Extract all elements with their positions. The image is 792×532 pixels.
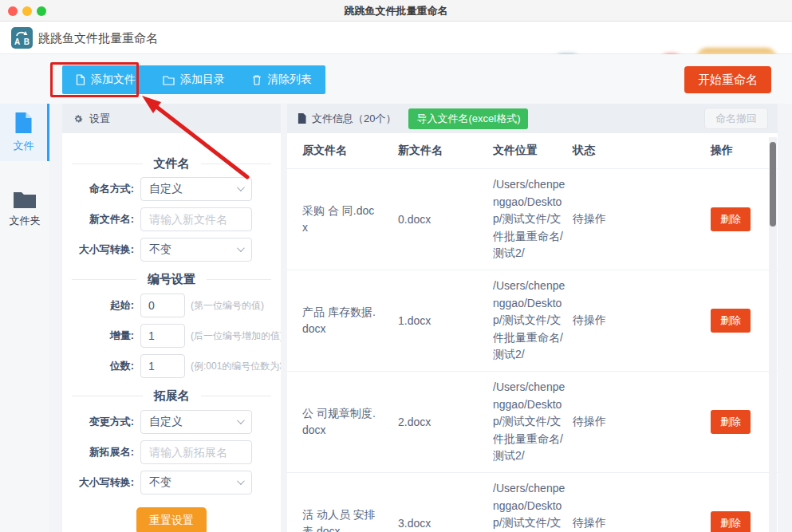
start-number-input[interactable]: [140, 294, 185, 317]
app-name: 跳跳鱼文件批量重命名: [38, 31, 158, 46]
ext-change-mode-label: 变更方式:: [73, 415, 134, 429]
scrollbar-track[interactable]: [769, 137, 777, 532]
extension-case-select[interactable]: 不变: [140, 471, 252, 495]
table-row: 活 动人员 安排表.docx 3.docx /Users/chenpenggao…: [287, 473, 778, 532]
filename-case-row: 大小写转换: 不变: [62, 238, 281, 262]
table-header-row: 原文件名 新文件名 文件位置 状态 操作: [287, 133, 778, 169]
delete-button[interactable]: 删除: [711, 410, 751, 434]
section-numbering: 编号设置: [72, 271, 271, 288]
divider: [72, 164, 143, 164]
extension-case-row: 大小写转换: 不变: [62, 471, 281, 495]
cell-status: 待操作: [573, 415, 711, 429]
new-filename-row: 新文件名:: [62, 207, 281, 231]
sidebar-item-folders[interactable]: 文件夹: [0, 180, 49, 238]
delete-button[interactable]: 删除: [711, 207, 751, 231]
new-extension-row: 新拓展名:: [62, 440, 281, 464]
col-original-name: 原文件名: [302, 144, 398, 158]
settings-title: 设置: [89, 112, 110, 126]
folder-icon: [13, 190, 37, 209]
cell-file-path: /Users/chenpenggao/Desktop/测试文件/文件批量重命名/…: [493, 278, 569, 364]
settings-panel: 设置 文件名 命名方式: 自定义 新文件名: 大小写转换: 不变: [62, 104, 281, 532]
file-icon: [297, 113, 306, 124]
col-file-path: 文件位置: [493, 144, 573, 158]
digits-row: 位数: (例:001的编号位数为3): [62, 354, 281, 378]
start-number-hint: (第一位编号的值): [191, 299, 264, 313]
clear-list-label: 清除列表: [267, 73, 312, 87]
start-number-label: 起始:: [73, 298, 134, 313]
new-extension-label: 新拓展名:: [73, 445, 134, 459]
delete-button[interactable]: 删除: [711, 511, 751, 532]
trash-icon: [252, 74, 262, 85]
naming-mode-label: 命名方式:: [73, 182, 134, 196]
logo-letter-a: A: [14, 37, 20, 46]
cell-new-name: 1.docx: [398, 314, 493, 327]
titlebar: 跳跳鱼文件批量重命名: [0, 0, 792, 22]
cell-status: 待操作: [573, 516, 711, 530]
new-filename-input[interactable]: [140, 207, 252, 231]
extension-case-label: 大小写转换:: [73, 475, 134, 490]
increment-input[interactable]: [140, 324, 185, 348]
cell-new-name: 0.docx: [398, 213, 493, 226]
digits-label: 位数:: [73, 359, 134, 373]
reset-settings-button[interactable]: 重置设置: [136, 507, 207, 532]
divider: [207, 279, 271, 280]
cell-file-path: /Users/chenpenggao/Desktop/测试文件/文件批量重命名/…: [493, 379, 569, 465]
new-extension-input[interactable]: [140, 440, 252, 464]
cell-status: 待操作: [573, 212, 711, 227]
cell-new-name: 3.docx: [398, 517, 493, 530]
add-folder-label: 添加目录: [180, 73, 225, 87]
cell-file-path: /Users/chenpenggao/Desktop/测试文件/文件批量重命名/…: [493, 176, 569, 262]
cell-original-name: 活 动人员 安排表.docx: [302, 506, 398, 532]
table-body: 采购 合 同.docx 0.docx /Users/chenpenggao/De…: [287, 169, 778, 532]
scrollbar-thumb[interactable]: [770, 142, 776, 227]
start-number-row: 起始: (第一位编号的值): [62, 294, 281, 317]
col-actions: 操作: [711, 144, 778, 158]
digits-hint: (例:001的编号位数为3): [191, 360, 281, 373]
sidebar-item-files[interactable]: 文件: [0, 104, 49, 161]
window-title: 跳跳鱼文件批量重命名: [0, 4, 792, 18]
cell-status: 待操作: [573, 313, 711, 328]
filename-case-label: 大小写转换:: [73, 242, 134, 257]
divider: [201, 396, 272, 396]
file-list-title: 文件信息（20个）: [312, 112, 396, 126]
ext-change-mode-select[interactable]: 自定义: [140, 410, 252, 434]
app-logo-icon: A B: [11, 27, 33, 49]
gear-icon: [73, 113, 84, 124]
start-rename-button[interactable]: 开始重命名: [684, 66, 771, 93]
logo-letter-b: B: [24, 37, 30, 46]
table-row: 采购 合 同.docx 0.docx /Users/chenpenggao/De…: [287, 169, 778, 270]
filename-case-select[interactable]: 不变: [140, 238, 252, 262]
app-header: A B 跳跳鱼文件批量重命名: [0, 22, 792, 54]
import-excel-button[interactable]: 导入文件名(excel格式): [408, 108, 528, 129]
divider: [201, 164, 272, 164]
sidebar: 文件 文件夹: [0, 104, 49, 532]
increment-label: 增量:: [73, 329, 134, 343]
clear-list-button[interactable]: 清除列表: [238, 65, 325, 94]
file-icon: [76, 74, 85, 85]
naming-mode-select[interactable]: 自定义: [140, 177, 252, 201]
chevron-down-icon: [237, 244, 245, 252]
naming-mode-row: 命名方式: 自定义: [62, 177, 281, 201]
new-filename-label: 新文件名:: [73, 212, 134, 227]
section-extension: 拓展名: [72, 388, 271, 404]
file-icon: [14, 112, 33, 134]
undo-rename-button[interactable]: 命名撤回: [704, 108, 768, 129]
digits-input[interactable]: [140, 354, 185, 378]
file-list-panel: 文件信息（20个） 导入文件名(excel格式) 命名撤回 原文件名 新文件名 …: [287, 104, 778, 532]
table-row: 产品 库存数据.docx 1.docx /Users/chenpenggao/D…: [287, 270, 778, 372]
app-window: 跳跳鱼文件批量重命名 A B 跳跳鱼文件批量重命名 添加文件: [0, 0, 792, 532]
chevron-down-icon: [237, 416, 245, 424]
add-file-label: 添加文件: [91, 73, 136, 87]
cell-original-name: 采购 合 同.docx: [302, 203, 398, 236]
add-file-button[interactable]: 添加文件: [62, 65, 149, 94]
increment-row: 增量: (后一位编号增加的值): [62, 324, 281, 348]
add-folder-button[interactable]: 添加目录: [149, 65, 238, 94]
col-status: 状态: [573, 144, 711, 158]
col-new-name: 新文件名: [398, 144, 493, 158]
cell-original-name: 公 司规章制度.docx: [302, 405, 398, 439]
cell-original-name: 产品 库存数据.docx: [302, 304, 398, 337]
file-list-header: 文件信息（20个） 导入文件名(excel格式) 命名撤回: [287, 104, 778, 133]
delete-button[interactable]: 删除: [711, 309, 751, 333]
toolbar-button-group: 添加文件 添加目录 清除列表: [62, 65, 325, 94]
folder-icon: [163, 75, 175, 85]
